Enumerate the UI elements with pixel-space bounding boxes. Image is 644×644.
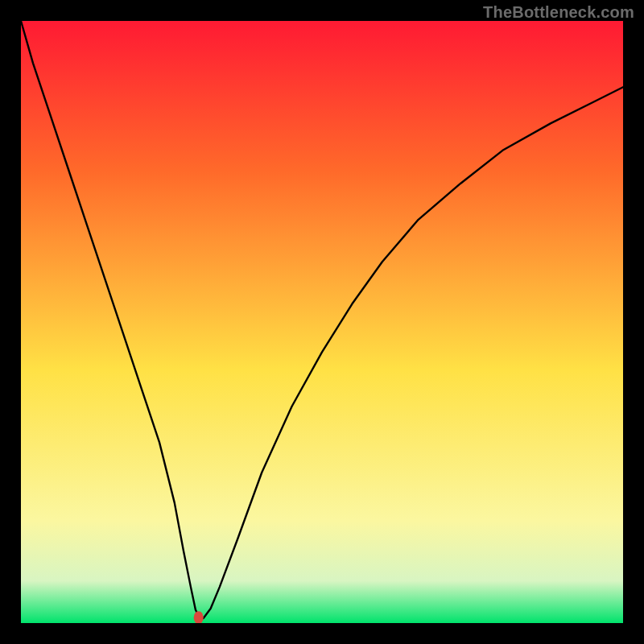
gradient-background <box>21 21 623 623</box>
plot-area <box>21 21 623 623</box>
plot-svg <box>21 21 623 623</box>
chart-frame: TheBottleneck.com <box>0 0 644 644</box>
watermark-text: TheBottleneck.com <box>483 3 634 22</box>
